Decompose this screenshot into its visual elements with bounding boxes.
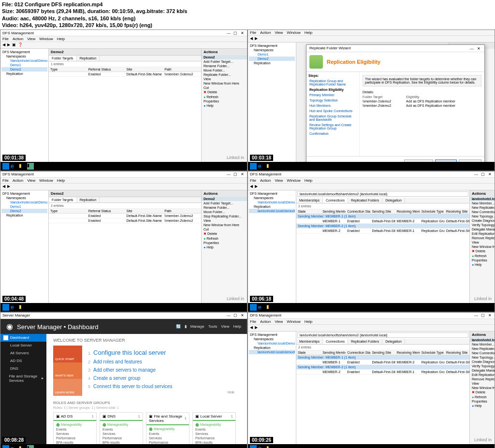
replicate-folder-wizard: Replicate Folder Wizard —✕ Replication E… <box>306 44 485 170</box>
add-servers-link[interactable]: 3Add other servers to manage <box>88 366 234 374</box>
watermark: Linked in <box>227 155 244 160</box>
wiz-min[interactable]: — <box>469 46 475 51</box>
timestamp: 00:01:38 <box>2 155 26 161</box>
file-info-header: File: 012 Configure DFS replication.mp4 … <box>0 0 495 29</box>
wizard-steps[interactable]: Steps: Replication Group and Replicated … <box>306 72 360 156</box>
menubar[interactable]: FileActionViewWindowHelp <box>0 36 247 42</box>
cloud-link[interactable]: 5Connect this server to cloud services <box>88 382 234 390</box>
size-line: Size: 30659397 bytes (29,24 MiB), durati… <box>2 8 493 14</box>
frame-6: DFS Management —▢✕ FileActionViewWindowH… <box>248 312 495 448</box>
frame-3: DFS Management —▢✕ FileActionViewWindowH… <box>0 171 248 312</box>
actions-pane: Actions Demo2 Add Folder Target... Renam… <box>201 49 247 170</box>
toolbar[interactable]: ◀▶▣❓ <box>0 42 247 49</box>
frame-2: FileActionViewWindowHelp ◀▶ DFS Manageme… <box>248 29 495 171</box>
hide-link[interactable]: Hide <box>88 390 234 394</box>
audio-line: Audio: aac, 48000 Hz, 2 channels, s16, 1… <box>2 15 493 22</box>
sm-sidebar[interactable]: Dashboard Local Server All Servers AD DS… <box>0 334 46 448</box>
add-roles-link[interactable]: 2Add roles and features <box>88 358 234 366</box>
wiz-close[interactable]: ✕ <box>476 46 481 51</box>
taskbar[interactable]: e▮ <box>248 162 495 171</box>
address-bar[interactable]: landonhotel.local\demodfsshare\demo2 (la… <box>297 191 468 197</box>
file-line: File: 012 Configure DFS replication.mp4 <box>2 1 493 8</box>
content-title: Demo2 <box>49 49 201 56</box>
explorer-icon: ▮ <box>19 163 26 170</box>
max-button[interactable]: ▢ <box>233 30 238 35</box>
start-button <box>2 163 9 170</box>
taskbar[interactable]: e ▮ ▮ <box>0 162 247 171</box>
table-header[interactable]: TypeReferral StatusSitePath <box>49 67 201 72</box>
sm-menu[interactable]: 🔄▮ManageToolsViewHelp <box>172 324 241 329</box>
taskbar-icon: ▮ <box>27 163 34 170</box>
timestamp: 00:03:18 <box>250 155 273 161</box>
ie-icon: e <box>11 163 17 170</box>
table-row[interactable]: EnabledDefault-First-Site-Name\\member-1… <box>49 72 201 77</box>
configure-link[interactable]: 1Configure this local server <box>88 347 234 358</box>
create-group-link[interactable]: 4Create a server group <box>88 374 234 382</box>
sm-breadcrumb: ◉Server Manager • Dashboard <box>6 322 99 331</box>
frame-4: DFS Management —▢✕ FileActionViewWindowH… <box>248 171 495 312</box>
wizard-icon <box>309 55 323 69</box>
menubar[interactable]: FileActionViewWindowHelp <box>248 30 495 36</box>
video-line: Video: h264, yuv420p, 1280x720, 207 kb/s… <box>2 22 493 29</box>
role-tile[interactable]: ▣ AD DS1 ⬤ ManageabilityEventsServicesPe… <box>53 412 97 448</box>
frame-1: DFS Management —▢✕ FileActionViewWindowH… <box>0 29 248 171</box>
frame-5: Server Manager —▢✕ ◉Server Manager • Das… <box>0 312 248 448</box>
close-button[interactable]: ✕ <box>239 30 245 35</box>
min-button[interactable]: — <box>226 30 232 35</box>
app-title: DFS Management <box>2 31 34 35</box>
tabs[interactable]: Folder TargetsReplication <box>49 56 201 61</box>
nav-tree[interactable]: DFS Management Namespaces \\landonhotel.… <box>0 49 49 170</box>
